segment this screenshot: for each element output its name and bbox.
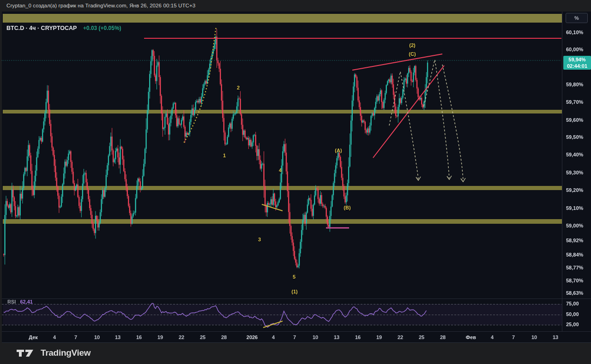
time-tick: 4 xyxy=(53,334,56,340)
time-tick: 16 xyxy=(355,334,361,340)
price-tick: 60,10% xyxy=(566,30,583,35)
price-tick: 59,30% xyxy=(566,170,583,175)
time-tick: 22 xyxy=(398,334,403,340)
price-chart-canvas[interactable] xyxy=(2,12,591,343)
price-tick: 58,92% xyxy=(566,238,583,243)
time-tick: 4 xyxy=(272,334,275,340)
time-tick: 16 xyxy=(136,334,142,340)
symbol-legend[interactable]: BTC.D · 4ч · CRYPTOCAP +0.03 (+0.05%) xyxy=(6,25,121,31)
price-tick: 58,77% xyxy=(566,265,583,270)
last-price-badge: 59,94% 02:44:01 xyxy=(563,56,591,70)
price-tick: 58,70% xyxy=(566,278,583,283)
symbol-title[interactable]: BTC.D · 4ч · CRYPTOCAP xyxy=(6,25,77,31)
time-tick: 13 xyxy=(553,334,558,340)
time-tick: 7 xyxy=(293,334,296,340)
time-tick: 13 xyxy=(334,334,339,340)
time-tick: 28 xyxy=(440,334,446,340)
rsi-title: RSI xyxy=(7,299,16,304)
percent-unit-button[interactable]: % xyxy=(566,13,588,23)
time-tick: 2026 xyxy=(247,334,258,340)
price-tick: 50,00 xyxy=(566,311,579,317)
time-tick: 10 xyxy=(94,334,100,340)
price-tick: 75,00 xyxy=(566,301,579,306)
attribution-bar: Cryptan_0 создал(а) график на TradingVie… xyxy=(0,0,591,12)
time-tick: 25 xyxy=(200,334,205,340)
bottom-bar: TradingView xyxy=(0,343,591,364)
time-tick: 22 xyxy=(179,334,184,340)
time-tick: 13 xyxy=(115,334,121,340)
price-tick: 59,00% xyxy=(566,223,583,228)
time-tick: 10 xyxy=(531,334,537,340)
price-tick: 59,70% xyxy=(566,99,583,105)
tradingview-logo[interactable]: TradingView xyxy=(16,347,90,358)
time-tick: Фев xyxy=(466,334,476,340)
time-tick: 19 xyxy=(376,334,382,340)
time-tick: 10 xyxy=(313,334,318,340)
time-axis[interactable]: Дек471013161922252820264710131619222528Ф… xyxy=(2,332,562,343)
price-tick: 59,80% xyxy=(566,82,583,87)
time-tick: 25 xyxy=(419,334,424,340)
price-tick: 59,50% xyxy=(566,134,583,140)
price-tick: 58,84% xyxy=(566,252,583,257)
price-tick: 59,20% xyxy=(566,187,583,193)
time-tick: 28 xyxy=(221,334,227,340)
last-price-value: 59,94% xyxy=(563,56,591,63)
price-tick: 58,63% xyxy=(566,290,583,296)
change-value: +0.03 (+0.05%) xyxy=(83,25,121,31)
price-tick: 25,00 xyxy=(566,322,579,327)
price-axis[interactable]: % 59,94% 02:44:01 60,10%60,00%59,80%59,7… xyxy=(562,12,591,332)
bar-countdown: 02:44:01 xyxy=(563,63,591,69)
pane-separator[interactable] xyxy=(2,298,591,299)
chart-panel: 21435(1)(A)(B)(2)(C) BTC.D · 4ч · CRYPTO… xyxy=(2,12,591,343)
price-tick: 59,10% xyxy=(566,205,583,211)
tradingview-logo-icon xyxy=(16,347,36,358)
attribution-text[interactable]: Cryptan_0 создал(а) график на TradingVie… xyxy=(6,3,195,8)
price-tick: 60,00% xyxy=(566,47,583,52)
time-tick: 7 xyxy=(512,334,515,340)
time-tick: 19 xyxy=(157,334,163,340)
price-tick: 59,40% xyxy=(566,152,583,157)
rsi-value: 62,41 xyxy=(20,299,33,304)
time-tick: 7 xyxy=(74,334,77,340)
time-tick: 4 xyxy=(491,334,494,340)
tradingview-logo-text: TradingView xyxy=(41,348,90,358)
rsi-legend[interactable]: RSI 62,41 xyxy=(7,299,33,304)
price-tick: 59,60% xyxy=(566,117,583,123)
time-tick: Дек xyxy=(29,334,38,340)
tradingview-snapshot: Cryptan_0 создал(а) график на TradingVie… xyxy=(0,0,591,364)
